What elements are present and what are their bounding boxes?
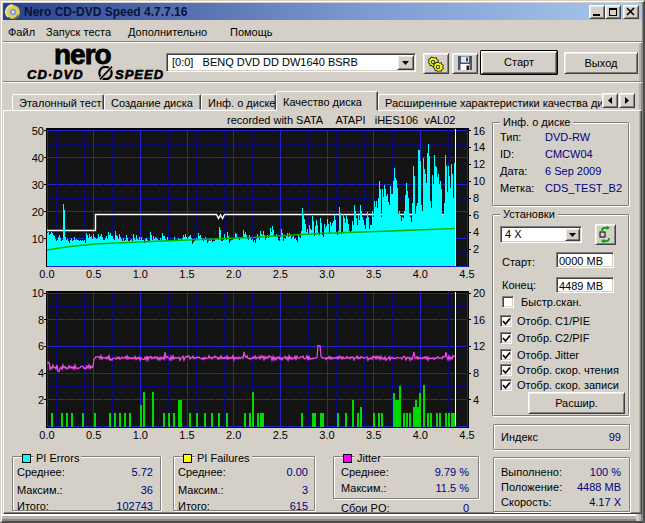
svg-text:1.0: 1.0 — [133, 268, 148, 280]
svg-text:4: 4 — [473, 394, 479, 406]
svg-text:1.5: 1.5 — [179, 429, 194, 441]
svg-text:0.0: 0.0 — [39, 429, 54, 441]
svg-text:2: 2 — [38, 394, 44, 406]
svg-text:1.0: 1.0 — [133, 429, 148, 441]
svg-text:3.0: 3.0 — [319, 429, 334, 441]
svg-text:2.0: 2.0 — [226, 268, 241, 280]
svg-text:8: 8 — [38, 314, 44, 326]
svg-text:4.0: 4.0 — [413, 268, 428, 280]
svg-text:10: 10 — [473, 175, 485, 187]
svg-text:20: 20 — [32, 206, 44, 218]
svg-text:0.5: 0.5 — [86, 268, 101, 280]
svg-text:16: 16 — [473, 125, 485, 137]
svg-text:16: 16 — [473, 314, 485, 326]
svg-text:10: 10 — [32, 233, 44, 245]
svg-text:50: 50 — [32, 125, 44, 137]
svg-text:8: 8 — [473, 367, 479, 379]
svg-text:30: 30 — [32, 179, 44, 191]
svg-text:4.0: 4.0 — [413, 429, 428, 441]
svg-text:2: 2 — [473, 243, 479, 255]
svg-text:12: 12 — [473, 340, 485, 352]
svg-text:6: 6 — [473, 209, 479, 221]
svg-text:40: 40 — [32, 152, 44, 164]
svg-text:12: 12 — [473, 158, 485, 170]
svg-text:8: 8 — [473, 192, 479, 204]
svg-text:20: 20 — [473, 287, 485, 299]
svg-text:4.5: 4.5 — [459, 268, 474, 280]
svg-text:4: 4 — [38, 367, 44, 379]
svg-text:10: 10 — [32, 287, 44, 299]
svg-text:4.5: 4.5 — [459, 429, 474, 441]
svg-text:2.5: 2.5 — [273, 268, 288, 280]
svg-text:2.5: 2.5 — [273, 429, 288, 441]
svg-text:4: 4 — [473, 226, 479, 238]
svg-text:3.5: 3.5 — [366, 268, 381, 280]
svg-text:6: 6 — [38, 340, 44, 352]
svg-text:0.5: 0.5 — [86, 429, 101, 441]
svg-text:3.5: 3.5 — [366, 429, 381, 441]
svg-text:2.0: 2.0 — [226, 429, 241, 441]
svg-text:3.0: 3.0 — [319, 268, 334, 280]
svg-text:14: 14 — [473, 141, 485, 153]
svg-text:0.0: 0.0 — [39, 268, 54, 280]
svg-text:1.5: 1.5 — [179, 268, 194, 280]
